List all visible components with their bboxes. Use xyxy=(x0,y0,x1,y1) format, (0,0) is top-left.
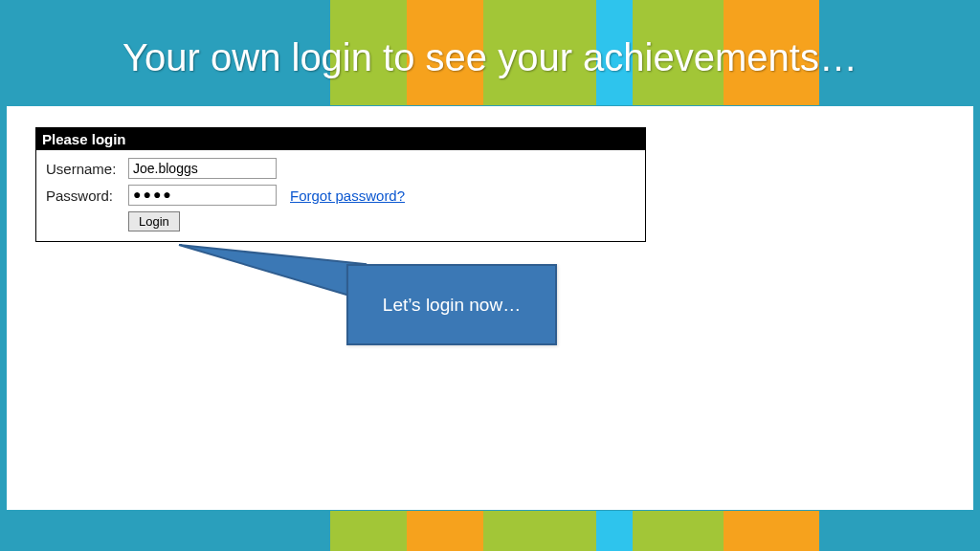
footer-stripes xyxy=(0,511,980,551)
login-panel-header: Please login xyxy=(36,128,645,150)
password-row: Password: ●●●● Forgot password? xyxy=(46,185,635,206)
login-button[interactable]: Login xyxy=(128,211,180,231)
svg-marker-0 xyxy=(179,245,366,298)
forgot-password-link[interactable]: Forgot password? xyxy=(290,187,405,204)
slide-body: Please login Username: Password: ●●●● Fo… xyxy=(6,105,974,511)
password-input[interactable]: ●●●● xyxy=(128,185,277,206)
username-row: Username: xyxy=(46,158,635,179)
callout-box: Let’s login now… xyxy=(346,264,557,345)
password-label: Password: xyxy=(46,187,122,204)
username-label: Username: xyxy=(46,161,122,177)
login-form: Username: Password: ●●●● Forgot password… xyxy=(36,150,645,241)
login-panel: Please login Username: Password: ●●●● Fo… xyxy=(35,127,646,242)
callout-text: Let’s login now… xyxy=(383,295,521,316)
slide-title: Your own login to see your achievements… xyxy=(0,36,980,79)
username-input[interactable] xyxy=(128,158,277,179)
